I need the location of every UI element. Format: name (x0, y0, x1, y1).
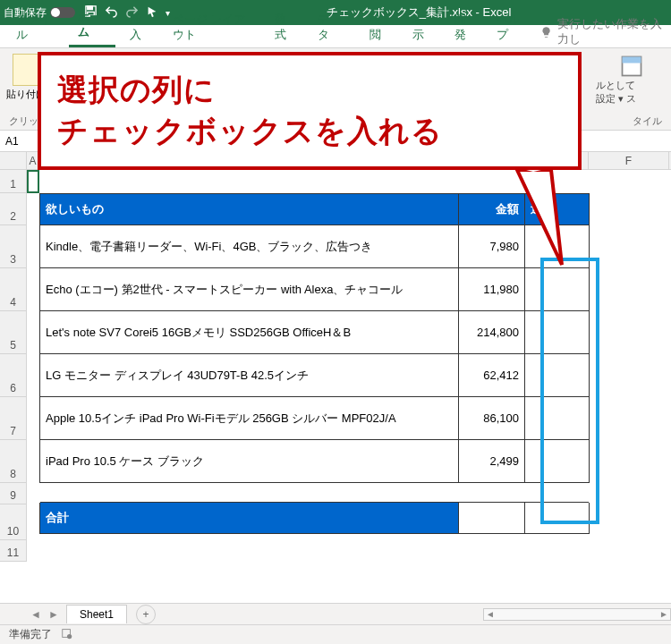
cell-desc[interactable]: Echo (エコー) 第2世代 - スマートスピーカー with Alexa、チ… (40, 268, 459, 311)
row-header-5[interactable]: 5 (0, 311, 26, 354)
bulb-icon (540, 25, 552, 39)
cell-amount[interactable]: 62,412 (459, 354, 525, 397)
row-headers: 1 2 3 4 5 6 7 8 9 10 11 (0, 170, 27, 562)
status-ready: 準備完了 (9, 627, 52, 642)
row-header-7[interactable]: 7 (0, 397, 26, 440)
tab-help[interactable]: ヘルプ (488, 9, 534, 47)
row-header-8[interactable]: 8 (0, 440, 26, 483)
cellstyle-l1: ルとして (596, 79, 667, 92)
tab-developer[interactable]: 開発 (446, 9, 482, 47)
tell-me-label: 実行したい作業を入力し (557, 17, 662, 47)
total-value[interactable] (459, 503, 525, 534)
tell-me[interactable]: 実行したい作業を入力し (540, 17, 671, 47)
table-row[interactable]: LG モニター ディスプレイ 43UD79T-B 42.5インチ 62,412 (40, 354, 590, 397)
tab-home[interactable]: ホーム (69, 6, 115, 47)
macro-record-icon[interactable] (61, 627, 73, 642)
cell-desc[interactable]: Apple 10.5インチ iPad Pro Wi-Fiモデル 256GB シル… (40, 397, 459, 440)
cellstyle-l2: 設定 ▾ ス (596, 92, 667, 106)
autosave-pill[interactable] (50, 7, 75, 18)
table-row[interactable]: Echo (エコー) 第2世代 - スマートスピーカー with Alexa、チ… (40, 268, 590, 311)
status-bar: 準備完了 (0, 624, 671, 644)
tab-review[interactable]: 校閲 (361, 9, 397, 47)
sheet-nav-next[interactable]: ► (45, 608, 63, 621)
table-row[interactable]: iPad Pro 10.5 ケース ブラック 2,499 (40, 440, 590, 483)
add-sheet-button[interactable]: + (136, 605, 156, 624)
paste-icon (13, 54, 39, 86)
svg-rect-4 (623, 57, 641, 64)
sheet-tab[interactable]: Sheet1 (66, 605, 127, 623)
cell-desc[interactable]: Let's note SV7 Corei5 16GBメモリ SSD256GB O… (40, 311, 459, 354)
tab-page-layout[interactable]: ページ レイアウト (164, 9, 261, 47)
th-desc[interactable]: 欲しいもの (40, 194, 459, 225)
styles-group-label: タイル (633, 114, 662, 128)
col-header-f[interactable]: F (589, 152, 669, 169)
svg-marker-5 (517, 170, 562, 265)
active-cell-outline (27, 170, 39, 193)
row-header-10[interactable]: 10 (0, 504, 26, 540)
cell-select[interactable] (525, 397, 590, 440)
row-header-1[interactable]: 1 (0, 170, 26, 193)
callout-tail-icon (508, 163, 598, 279)
callout-line2: チェックボックスを入れる (57, 111, 443, 152)
scroll-right-icon[interactable]: ► (658, 609, 670, 619)
cell-select[interactable] (525, 440, 590, 483)
cell-amount[interactable]: 214,800 (459, 311, 525, 354)
total-select[interactable] (525, 503, 590, 534)
sheet-tab-bar: ◄ ► Sheet1 + ◄ ► (0, 603, 671, 624)
row-header-4[interactable]: 4 (0, 268, 26, 311)
cell-desc[interactable]: Kindle、電子書籍リーダー、Wi-Fi、4GB、ブラック、広告つき (40, 225, 459, 268)
cell-amount[interactable]: 2,499 (459, 440, 525, 483)
wishlist-table: 欲しいもの 金額 選択 Kindle、電子書籍リーダー、Wi-Fi、4GB、ブラ… (39, 193, 590, 534)
row-header-6[interactable]: 6 (0, 354, 26, 397)
callout-line1: 選択の列に (57, 70, 443, 111)
row-header-3[interactable]: 3 (0, 225, 26, 268)
horizontal-scrollbar[interactable]: ◄ ► (483, 608, 671, 621)
cell-select[interactable] (525, 311, 590, 354)
tab-formulas[interactable]: 数式 (266, 9, 302, 47)
cell-desc[interactable]: LG モニター ディスプレイ 43UD79T-B 42.5インチ (40, 354, 459, 397)
row-header-2[interactable]: 2 (0, 193, 26, 225)
sheet-nav-prev[interactable]: ◄ (27, 608, 45, 621)
table-row[interactable]: Kindle、電子書籍リーダー、Wi-Fi、4GB、ブラック、広告つき 7,98… (40, 225, 590, 268)
total-label[interactable]: 合計 (40, 503, 459, 534)
cell-amount[interactable]: 86,100 (459, 397, 525, 440)
svg-point-8 (67, 634, 72, 639)
tab-view[interactable]: 表示 (403, 9, 440, 47)
annotation-callout: 選択の列に チェックボックスを入れる (38, 52, 582, 170)
total-row[interactable]: 合計 (40, 503, 590, 534)
tab-data[interactable]: データ (309, 9, 355, 47)
scroll-left-icon[interactable]: ◄ (484, 609, 497, 619)
table-row[interactable]: Let's note SV7 Corei5 16GBメモリ SSD256GB O… (40, 311, 590, 354)
ribbon-tabs: ファイル ホーム 挿入 ページ レイアウト 数式 データ 校閲 表示 開発 ヘル… (0, 25, 671, 48)
row-header-11[interactable]: 11 (0, 540, 26, 562)
cell-styles-fragment[interactable]: ルとして 設定 ▾ ス (596, 54, 667, 106)
select-all-corner[interactable] (0, 152, 27, 169)
cell-select[interactable] (525, 354, 590, 397)
cell-desc[interactable]: iPad Pro 10.5 ケース ブラック (40, 440, 459, 483)
redo-icon[interactable] (125, 4, 139, 21)
table-row[interactable]: Apple 10.5インチ iPad Pro Wi-Fiモデル 256GB シル… (40, 397, 590, 440)
row-header-9[interactable]: 9 (0, 483, 26, 504)
name-box[interactable]: A1 (0, 131, 41, 151)
